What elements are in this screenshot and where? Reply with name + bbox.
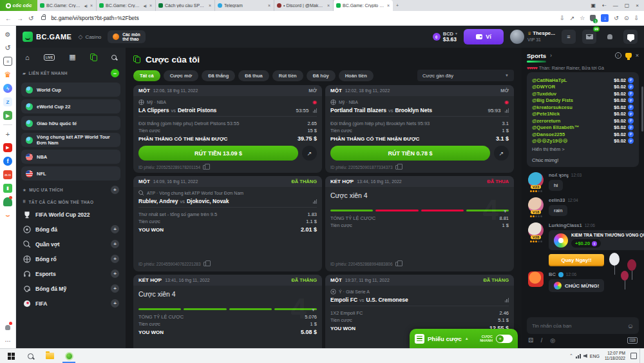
sync-icon[interactable]: ↺ [614,15,619,21]
new-tab-button[interactable]: + [393,0,402,11]
tray-expand-icon[interactable]: ⌃ [569,353,573,358]
sale-2511-icon[interactable]: 25.11 [3,170,12,179]
coccoc-taskbar-button[interactable] [61,349,77,363]
tab-sportsbook[interactable]: Cách yêu cầu SPORTSBOOK× [156,0,215,11]
cart-icon[interactable]: ⌣ [3,211,12,220]
history-icon[interactable]: ↺ [3,43,12,52]
chat-username[interactable]: LurkingClass1 [549,222,582,228]
filter-won[interactable]: Đã thắng [202,70,235,81]
bc-avatar[interactable] [528,271,544,287]
tab-bcgame-active[interactable]: BC.Game: Crypto Casino Gam× [334,0,393,11]
schedule-icon[interactable]: ▦ [69,53,75,61]
my-bets-icon[interactable] [90,54,97,61]
network-icon[interactable] [576,354,581,358]
back-button[interactable]: ← [5,15,12,22]
bookmark-star-icon[interactable]: ☆ [580,15,585,21]
show-desktop-button[interactable] [639,349,641,363]
share-bet-button[interactable]: ↗ [494,146,509,161]
expand-plus-button[interactable]: + [111,240,119,248]
save-page-icon[interactable]: ⇩ [560,15,565,21]
url-text[interactable]: bc.game/vi/sports?bt-path=%2Fbets [51,15,554,21]
sidebar-item-football[interactable]: Bóng đá+ [21,222,120,237]
tab-bcgame-2[interactable]: BC.Game: Crypto Casino◀)× [97,0,156,11]
spin-now-button[interactable]: Quay Ngay!! [549,254,604,266]
match-link[interactable]: Empoli FCvsU.S. Cremonese [330,297,509,303]
update-download-icon[interactable]: ↓ [601,14,609,22]
match-link[interactable]: LA ClippersvsDetroit Pistons53:55 [138,107,317,113]
stats-icon[interactable] [313,108,317,113]
expand-plus-button[interactable]: + [111,299,119,308]
tab-bcgame-1[interactable]: BC.Game: Crypto Casino◀)× [37,0,97,11]
language-indicator[interactable]: ENG [590,354,600,358]
chat-input[interactable] [532,323,627,329]
transactions-icon[interactable]: ≡ [562,30,576,44]
chat-tab-sports[interactable]: Sports [527,52,546,59]
cashout-button[interactable]: RÚT TIỀN 13.09 $ [138,146,298,161]
chat-scrollbar[interactable] [641,86,643,132]
close-chat-icon[interactable]: × [636,52,639,59]
newsfeed-icon[interactable]: ≡ [3,57,12,66]
chevron-right-icon[interactable]: › [550,52,552,59]
filter-refund[interactable]: Hoàn tiền [339,70,374,81]
sort-dropdown[interactable]: Cược gần đây▼ [417,70,514,81]
expand-legs-icon[interactable]: ▼ [503,209,507,213]
stats-icon[interactable] [313,199,317,204]
youtube-icon[interactable]: ▶ [3,143,12,152]
show-more-link[interactable]: Hiển thị thêm > [532,146,634,152]
wallet-button[interactable]: Ví [464,29,504,44]
sidebar-item-american-football[interactable]: Bóng đá Mỹ+ [21,281,120,296]
notification-bell-icon[interactable] [3,323,12,332]
expand-plus-button[interactable]: + [111,270,119,278]
expand-plus-button[interactable]: + [111,284,119,293]
collapse-button[interactable]: − [111,69,119,77]
bonus-wheel-card[interactable]: KIỂM TRA TIỀN THƯỞNG VÒNG QU+$0.20¢ [549,230,644,250]
share-page-icon[interactable]: ↗ [570,15,575,21]
balance-selector[interactable]: ¢ BCD▾$3.63 [433,31,457,43]
messenger-icon[interactable]: ϟ [3,84,12,93]
expand-plus-button[interactable]: + [111,255,119,263]
dice-shortcut-icon[interactable]: ⚄ [528,337,533,344]
sidebar-item-fifa[interactable]: FIFA+ [21,296,120,311]
ssl-lock-icon[interactable] [41,16,46,20]
reload-button[interactable]: ↺ [28,15,33,22]
close-tab-icon[interactable]: × [208,3,212,8]
zalo-icon[interactable]: Z [3,97,12,106]
copy-icon[interactable] [204,262,207,266]
action-center-icon[interactable] [630,353,637,359]
copy-icon[interactable] [395,262,399,266]
stats-icon[interactable] [505,298,509,302]
chat-messages[interactable]: ♥♥♥♥♥Thần: Rainer Rainer, Bửa tới Gà @Ca… [522,63,644,313]
volume-icon[interactable] [583,354,587,358]
notifications-icon[interactable] [603,30,617,44]
match-link[interactable]: Rublev, AndreyvsDjokovic, Novak [138,198,317,204]
user-profile[interactable]: Thespe...VIP 31 [510,30,555,44]
settings-icon[interactable]: ⚙ [3,30,12,39]
bcgame-logo[interactable]: BC.GAME [23,32,71,42]
coccoc-menu-button[interactable]: cốc cốc [0,0,37,11]
close-window-button[interactable]: × [636,3,639,8]
tab-telegram[interactable]: Telegram× [215,0,274,11]
games-icon[interactable]: ▶ [3,111,12,120]
close-tab-icon[interactable]: × [267,3,271,8]
close-tab-icon[interactable]: × [149,3,153,8]
sidebar-item-basketball[interactable]: Bóng rổ+ [21,251,120,266]
chat-username[interactable]: eelin33 [549,197,565,203]
filter-cancelled[interactable]: Đã hủy [307,70,336,81]
tab-restore-icon[interactable]: ⇠ [602,3,607,8]
inbox-icon[interactable]: 99 [582,30,596,44]
chat-username[interactable]: noʎ ʞɔnɟ [549,172,569,178]
filter-all[interactable]: Tất cả [133,70,160,81]
nav-sports[interactable]: Các mônthể thao [108,30,145,43]
expand-legs-icon[interactable]: ▼ [311,308,316,312]
share-bet-button[interactable]: ↗ [302,146,317,161]
live-tab[interactable]: LIVE [44,54,55,61]
minimize-button[interactable]: — [613,3,618,8]
expand-plus-button[interactable]: + [111,225,119,233]
emoji-icon[interactable]: ☺ [627,322,634,329]
close-tab-icon[interactable]: × [386,3,390,8]
slash-command-icon[interactable]: / [541,337,543,344]
battery-app-icon[interactable]: ▮ [3,184,12,193]
taskbar-clock[interactable]: 12:07 PM11/18/2022 [602,351,628,361]
forward-button[interactable]: → [17,15,23,22]
start-button[interactable] [3,349,19,363]
